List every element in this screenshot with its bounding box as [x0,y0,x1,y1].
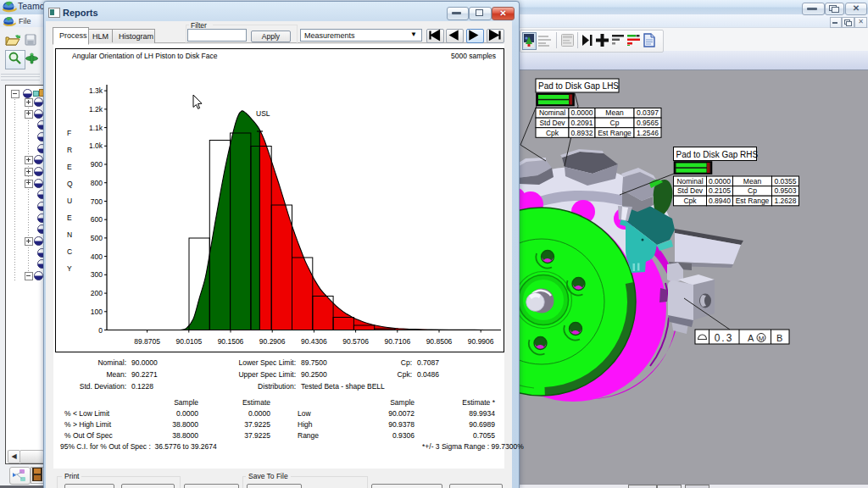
svg-text:90.2906: 90.2906 [259,337,286,346]
svg-text:Cp: Cp [610,119,620,127]
svg-text:800: 800 [91,179,103,187]
svg-text:0.9565: 0.9565 [637,119,659,127]
svg-text:90.9906: 90.9906 [468,337,494,346]
svg-text:A: A [748,333,754,343]
svg-text:90.1506: 90.1506 [218,337,244,346]
svg-text:0.2091: 0.2091 [571,119,593,127]
svg-text:90.5706: 90.5706 [342,337,369,346]
svg-text:Cp: Cp [748,186,757,195]
svg-text:1.0k: 1.0k [89,141,103,150]
svg-text:B: B [776,333,782,343]
svg-text:0.0000: 0.0000 [571,108,593,117]
svg-text:90.7106: 90.7106 [384,337,410,346]
svg-text:U: U [67,197,72,205]
svg-text:300: 300 [91,270,103,279]
svg-text:0.2105: 0.2105 [709,186,731,195]
svg-text:USL: USL [256,109,270,118]
svg-text:0.8932: 0.8932 [571,129,593,137]
svg-text:90.4306: 90.4306 [301,337,327,346]
svg-text:1.2546: 1.2546 [637,129,659,137]
svg-text:0: 0 [98,326,103,335]
svg-text:0.8940: 0.8940 [709,197,731,205]
svg-text:0.0355: 0.0355 [775,177,797,186]
svg-text:E: E [67,214,72,222]
svg-text:Pad to Disk Gap LHS: Pad to Disk Gap LHS [538,81,619,91]
svg-text:E: E [67,163,72,171]
svg-text:89.8705: 89.8705 [134,337,160,346]
svg-text:Est Range: Est Range [736,197,770,205]
svg-text:Mean: Mean [743,177,762,186]
svg-text:1.2k: 1.2k [89,105,103,114]
svg-text:R: R [67,146,72,154]
svg-text:200: 200 [91,289,103,297]
svg-text:M: M [759,335,765,342]
svg-text:Y: Y [67,264,72,273]
svg-text:600: 600 [91,215,103,224]
svg-text:F: F [67,129,71,137]
svg-text:1.2628: 1.2628 [775,197,797,205]
svg-text:1.1k: 1.1k [89,124,103,132]
svg-text:500: 500 [91,234,103,242]
svg-text:N: N [67,230,72,239]
svg-text:1.3k: 1.3k [89,86,103,95]
svg-text:Std Dev: Std Dev [539,119,565,127]
svg-text:Q: Q [67,180,73,188]
svg-text:Nominal: Nominal [539,108,565,117]
svg-text:0.0000: 0.0000 [709,177,731,186]
svg-text:Pad to Disk Gap RHS: Pad to Disk Gap RHS [676,150,759,159]
svg-text:90.0105: 90.0105 [175,337,202,346]
svg-text:900: 900 [91,160,103,169]
svg-text:Cpk: Cpk [546,129,559,137]
svg-text:C: C [67,247,72,256]
svg-text:Angular Orientation of LH Pist: Angular Orientation of LH Piston to Disk… [72,52,218,60]
svg-text:700: 700 [91,197,103,206]
svg-text:Cpk: Cpk [683,197,697,205]
svg-text:400: 400 [91,252,103,261]
svg-text:90.8506: 90.8506 [426,337,453,346]
svg-text:Est Range: Est Range [598,129,632,137]
svg-text:Std Dev: Std Dev [677,186,704,195]
svg-text:Nominal: Nominal [676,177,703,186]
svg-text:0.9503: 0.9503 [775,186,797,195]
svg-text:5000 samples: 5000 samples [451,52,496,60]
svg-text:100: 100 [91,308,103,316]
svg-text:0.3: 0.3 [715,332,734,344]
svg-text:Mean: Mean [605,108,624,117]
svg-text:0.0397: 0.0397 [637,108,659,117]
